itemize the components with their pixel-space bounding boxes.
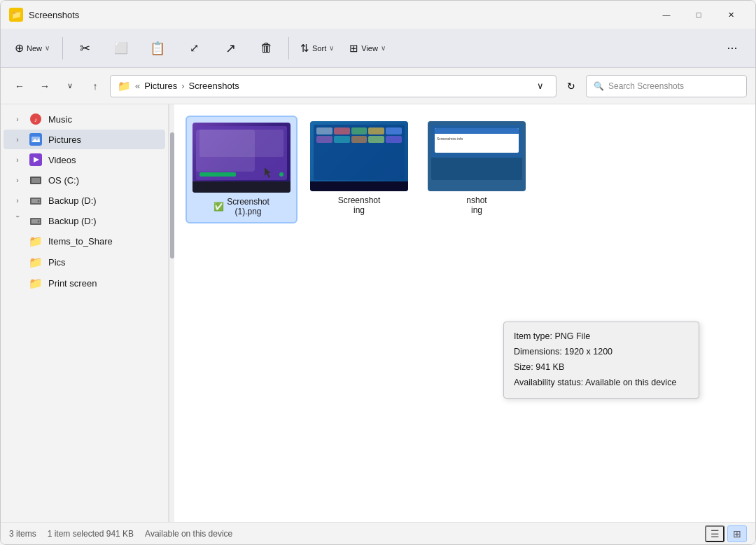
new-dropdown-arrow: ∨	[45, 44, 50, 52]
view-toggles: ☰ ⊞	[705, 525, 747, 542]
cut-icon: ✂	[80, 41, 90, 56]
search-icon: 🔍	[594, 81, 604, 91]
svg-point-15	[38, 221, 40, 223]
print-screen-icon: 📁	[29, 277, 43, 290]
music-icon: ♪	[29, 113, 43, 125]
more-icon: ···	[727, 41, 737, 55]
sidebar-backup-d-2-label: Backup (D:)	[48, 216, 157, 226]
window-controls: — □ ✕	[650, 4, 747, 26]
close-button[interactable]: ✕	[715, 4, 747, 26]
filename-ss3: nshoting	[466, 195, 486, 215]
titlebar: 📁 Screenshots — □ ✕	[1, 1, 755, 29]
sidebar-item-pictures[interactable]: › Pictures	[4, 130, 165, 149]
check-icon-ss1: ✅	[214, 202, 224, 212]
copy-icon: ⬜	[114, 41, 128, 55]
sidebar-item-music[interactable]: › ♪ Music	[4, 109, 165, 129]
file-name-ss1: ✅ Screenshot(1).png	[214, 197, 270, 216]
tooltip-size-value: 941 KB	[536, 362, 564, 372]
share-button[interactable]: ↗	[213, 32, 248, 65]
window-icon: 📁	[9, 8, 23, 22]
tooltip-size: Size: 941 KB	[514, 360, 689, 374]
view-dropdown-arrow: ∨	[381, 44, 386, 52]
tooltip-item-type-label: Item type:	[514, 331, 552, 341]
view-icon: ⊞	[349, 42, 358, 55]
backup-d-1-icon	[29, 194, 43, 207]
recent-button[interactable]: ∨	[59, 76, 80, 97]
up-button[interactable]: ↑	[85, 76, 106, 97]
copy-button[interactable]: ⬜	[104, 32, 139, 65]
expander-os-c: ›	[12, 177, 23, 184]
sidebar-item-items-to-share[interactable]: 📁 Items_to_Share	[4, 231, 165, 251]
sort-dropdown-arrow: ∨	[329, 44, 334, 52]
svg-text:♪: ♪	[34, 116, 38, 123]
paste-button[interactable]: 📋	[140, 32, 175, 65]
file-tooltip: Item type: PNG File Dimensions: 1920 x 1…	[503, 322, 699, 399]
path-part-screenshots: Screenshots	[189, 81, 239, 91]
sidebar-backup-d-1-label: Backup (D:)	[48, 195, 157, 206]
sidebar-item-backup-d-1[interactable]: › Backup (D:)	[4, 191, 165, 210]
svg-rect-9	[34, 184, 37, 185]
window-title: Screenshots	[29, 10, 645, 20]
minimize-button[interactable]: —	[650, 4, 682, 26]
path-separator-1: «	[135, 81, 140, 91]
maximize-button[interactable]: □	[682, 4, 715, 26]
thumb-ss1-content	[192, 123, 290, 193]
file-item-ss2[interactable]: Screenshoting	[303, 116, 415, 223]
view-button[interactable]: ⊞ View ∨	[342, 32, 393, 65]
refresh-button[interactable]: ↻	[561, 76, 582, 97]
sidebar-print-screen-label: Print screen	[48, 278, 157, 289]
file-grid: ✅ Screenshot(1).png	[174, 104, 755, 235]
backup-d-2-icon	[29, 214, 43, 227]
window: 📁 Screenshots — □ ✕ ⊕ New ∨ ✂ ⬜ 📋 ⤢ ↗	[0, 0, 756, 545]
filename-ss2: Screenshoting	[338, 195, 381, 215]
sidebar-item-pics[interactable]: 📁 Pics	[4, 252, 165, 272]
thumb-ss2-content	[310, 121, 408, 191]
more-options-button[interactable]: ···	[715, 32, 750, 65]
grid-view-button[interactable]: ⊞	[727, 525, 747, 542]
list-view-button[interactable]: ☰	[705, 525, 724, 542]
file-item-ss3[interactable]: Screenshots info nshoting	[421, 116, 533, 223]
sidebar-videos-label: Videos	[48, 155, 157, 165]
delete-button[interactable]: 🗑	[249, 32, 284, 65]
sort-label: Sort	[312, 44, 326, 53]
rename-button[interactable]: ⤢	[176, 32, 211, 65]
tooltip-dimensions-label: Dimensions:	[514, 347, 562, 357]
search-placeholder: Search Screenshots	[608, 81, 684, 91]
tooltip-dimensions: Dimensions: 1920 x 1200	[514, 345, 689, 359]
file-thumbnail-ss3: Screenshots info	[428, 121, 526, 191]
filename-ss1: Screenshot(1).png	[227, 197, 270, 216]
tooltip-dimensions-value: 1920 x 1200	[564, 347, 612, 357]
main-layout: › ♪ Music › Pictures › Videos	[1, 104, 755, 522]
sidebar-item-videos[interactable]: › Videos	[4, 150, 165, 170]
search-box[interactable]: 🔍 Search Screenshots	[586, 75, 747, 97]
status-selected-info: 1 item selected 941 KB	[48, 529, 134, 539]
sidebar-os-c-label: OS (C:)	[48, 175, 157, 186]
file-thumbnail-ss2	[310, 121, 408, 191]
os-c-icon	[29, 174, 43, 186]
file-name-ss3: nshoting	[466, 195, 486, 215]
forward-button[interactable]: →	[34, 76, 55, 97]
cursor-indicator	[265, 167, 273, 179]
back-button[interactable]: ←	[9, 76, 30, 97]
items-to-share-icon: 📁	[29, 235, 43, 248]
share-icon: ↗	[225, 41, 236, 56]
sidebar-scrollbar[interactable]	[169, 104, 174, 522]
path-dropdown-button[interactable]: ∨	[532, 78, 549, 95]
status-item-count: 3 items	[9, 529, 36, 539]
svg-marker-16	[265, 167, 271, 178]
sort-button[interactable]: ⇅ Sort ∨	[293, 32, 341, 65]
new-button[interactable]: ⊕ New ∨	[6, 32, 58, 65]
sidebar-item-backup-d-2[interactable]: › Backup (D:)	[4, 211, 165, 230]
cut-button[interactable]: ✂	[67, 32, 102, 65]
pictures-icon	[29, 133, 43, 146]
sidebar-music-label: Music	[48, 114, 157, 125]
file-item-ss1[interactable]: ✅ Screenshot(1).png	[186, 116, 298, 223]
expander-backup-d-1: ›	[12, 197, 23, 205]
sidebar-pictures-label: Pictures	[48, 134, 157, 145]
tooltip-size-label: Size:	[514, 362, 533, 372]
sidebar-item-os-c[interactable]: › OS (C:)	[4, 170, 165, 190]
address-path[interactable]: 📁 « Pictures › Screenshots ∨	[110, 75, 556, 97]
tooltip-availability-label: Availability status:	[514, 378, 583, 387]
sort-icon: ⇅	[300, 42, 309, 55]
sidebar-item-print-screen[interactable]: 📁 Print screen	[4, 273, 165, 294]
